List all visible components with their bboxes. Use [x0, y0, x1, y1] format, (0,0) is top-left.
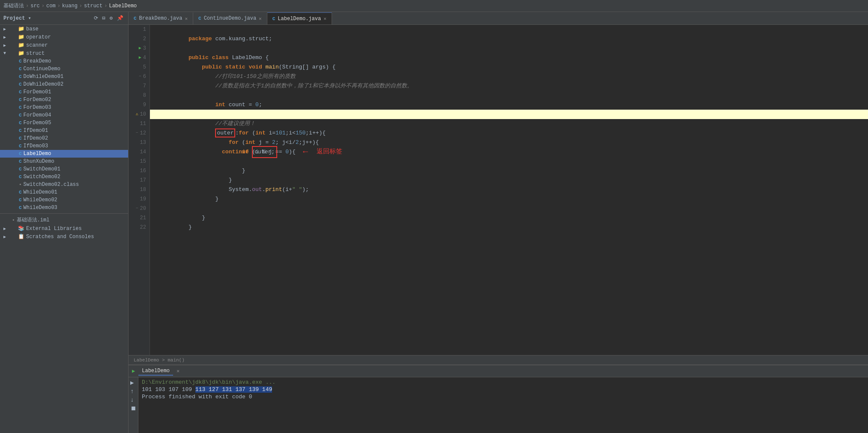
tree-item-switchdemo01[interactable]: C SwitchDemo01 — [0, 165, 128, 173]
tab-close-icon[interactable]: ✕ — [259, 16, 262, 21]
tree-item-struct[interactable]: ▼ 📁 struct — [0, 49, 128, 57]
sidebar: Project ▾ ⟳ ⊟ ⚙ 📌 ▶ 📁 base ▶ 📁 operator … — [0, 12, 129, 433]
code-content[interactable]: package com.kuang.struct; public class L… — [150, 25, 868, 355]
code-text — [189, 64, 202, 70]
tree-item-labeldemo[interactable]: C LabelDemo — [0, 150, 128, 158]
run-icon[interactable]: ▶ — [139, 44, 141, 53]
tree-label: BreakDemo — [24, 58, 51, 64]
java-file-icon: C — [19, 128, 22, 133]
run-icon: ▶ — [132, 368, 135, 374]
tree-item-fordemo01[interactable]: C ForDemo01 — [0, 88, 128, 96]
sidebar-icon-gear[interactable]: ⚙ — [108, 15, 114, 22]
run-cmd-line: D:\Environment\jdk8\jdk\bin\java.exe ... — [142, 379, 865, 385]
code-text — [189, 130, 215, 136]
line-num-14: 14 — [132, 147, 146, 157]
output-text: Process finished with exit code 0 — [142, 394, 252, 400]
line-num-7: 7 — [132, 81, 146, 91]
keyword: class — [212, 54, 229, 61]
breadcrumb-sep: › — [79, 3, 82, 9]
code-line-22 — [150, 223, 868, 232]
fold-icon[interactable]: − — [136, 128, 138, 138]
line-num-1: 1 — [132, 25, 146, 34]
code-text: j = — [255, 139, 272, 146]
run-tab-labeldemo[interactable]: LabelDemo — [138, 367, 173, 376]
tree-item-whiledemo03[interactable]: C WhileDemo03 — [0, 204, 128, 212]
tree-label: WhileDemo03 — [24, 205, 57, 211]
tree-item-whiledemo01[interactable]: C WhileDemo01 — [0, 188, 128, 196]
arrow-icon: ← — [303, 147, 308, 157]
breadcrumb-current: LabelDemo — [109, 3, 137, 9]
tree-item-ifdemo02[interactable]: C IfDemo02 — [0, 134, 128, 142]
java-file-icon: C — [19, 113, 22, 118]
tree-label: struct — [26, 51, 45, 57]
run-scroll-up-icon[interactable]: ↑ — [130, 388, 136, 395]
tree-item-whiledemo02[interactable]: C WhileDemo02 — [0, 196, 128, 204]
tab-breakdemo[interactable]: C BreakDemo.java ✕ — [129, 12, 193, 24]
tree-item-shunxudemo[interactable]: C ShunXuDemo — [0, 158, 128, 165]
tree-arrow: ▶ — [3, 226, 8, 231]
tree-item-switchdemo02[interactable]: C SwitchDemo02 — [0, 173, 128, 181]
sidebar-icon-sync[interactable]: ⟳ — [93, 15, 99, 22]
line-num-16: 16 — [132, 166, 146, 176]
tree-item-breakdemo[interactable]: C BreakDemo — [0, 57, 128, 65]
code-line-15: } — [150, 157, 868, 166]
tab-close-icon[interactable]: ✕ — [185, 16, 188, 21]
tree-label: SwitchDemo01 — [24, 166, 60, 172]
tree-item-dowhiledemo01[interactable]: C DoWhileDemo01 — [0, 73, 128, 81]
code-line-16: } — [150, 166, 868, 176]
code-line-19 — [150, 194, 868, 204]
code-line-1: package com.kuang.struct; — [150, 25, 868, 34]
tree-item-iml[interactable]: ▪ 基础语法.iml — [0, 215, 128, 224]
tree-label: base — [26, 26, 39, 32]
fold-icon[interactable]: − — [136, 204, 138, 213]
java-file-icon: C — [198, 16, 201, 21]
code-text: com.kuang.struct; — [212, 36, 272, 42]
tab-close-icon[interactable]: ✕ — [323, 16, 326, 21]
folder-icon: 📁 — [18, 50, 24, 57]
line-num-12: − 12 — [132, 128, 146, 138]
tree-item-ifdemo01[interactable]: C IfDemo01 — [0, 127, 128, 134]
code-line-10: //不建议使用！ — [150, 110, 868, 119]
breadcrumb-item: src — [30, 3, 40, 9]
sidebar-icon-collapse[interactable]: ⊟ — [101, 15, 107, 22]
run-stop-icon[interactable]: ⏹ — [130, 405, 136, 412]
run-icon[interactable]: ▶ — [139, 53, 141, 63]
code-text: ; — [259, 102, 262, 108]
tree-item-fordemo02[interactable]: C ForDemo02 — [0, 96, 128, 104]
run-panel-header: ▶ LabelDemo ✕ — [129, 365, 868, 377]
output-text-selected: 113 127 131 137 139 149 — [195, 386, 272, 393]
line-num-21: 21 — [132, 213, 146, 223]
tree-arrow: ▶ — [3, 234, 8, 239]
method-name: main — [266, 64, 279, 70]
tree-item-continuedemo[interactable]: C ContinueDemo — [0, 65, 128, 73]
code-line-14: continue outer; ← 返回标签 — [150, 147, 868, 157]
tree-item-fordemo03[interactable]: C ForDemo03 — [0, 104, 128, 111]
line-num-6: − 6 — [132, 72, 146, 81]
number: 2 — [296, 139, 299, 146]
code-editor[interactable]: 1 2 ▶ 3 ▶ 4 5 − 6 7 8 9 ⚠ — [129, 25, 868, 355]
sidebar-icon-pin[interactable]: 📌 — [116, 15, 125, 22]
tree-item-operator[interactable]: ▶ 📁 operator — [0, 33, 128, 41]
run-scroll-down-icon[interactable]: ↓ — [130, 397, 136, 403]
tree-item-fordemo04[interactable]: C ForDemo04 — [0, 111, 128, 119]
java-file-icon: C — [19, 97, 22, 102]
run-close-icon[interactable]: ✕ — [177, 368, 180, 374]
tree-item-scanner[interactable]: ▶ 📁 scanner — [0, 41, 128, 49]
tree-item-fordemo05[interactable]: C ForDemo05 — [0, 119, 128, 127]
tab-continuedemo[interactable]: C ContinueDemo.java ✕ — [193, 12, 267, 24]
tree-label: LabelDemo — [24, 151, 51, 157]
tree-item-base[interactable]: ▶ 📁 base — [0, 25, 128, 33]
sidebar-title: Project ▾ — [3, 15, 31, 21]
tab-labeldemo[interactable]: C LabelDemo.java ✕ — [267, 12, 332, 24]
run-start-icon[interactable]: ▶ — [130, 379, 136, 386]
tree-item-dowhiledemo02[interactable]: C DoWhileDemo02 — [0, 81, 128, 88]
breadcrumb-text: LabelDemo > main() — [134, 358, 185, 363]
tree-item-switchdemo02-class[interactable]: ▪ SwitchDemo02.class — [0, 181, 128, 188]
tree-item-external-libraries[interactable]: ▶ 📚 External Libraries — [0, 224, 128, 233]
fold-icon[interactable]: − — [139, 72, 141, 81]
code-text — [262, 64, 266, 70]
tree-label: SwitchDemo02.class — [24, 182, 79, 188]
tree-item-scratches[interactable]: ▶ 📋 Scratches and Consoles — [0, 233, 128, 241]
tree-item-ifdemo03[interactable]: C IfDemo03 — [0, 142, 128, 150]
code-text: } — [189, 167, 245, 174]
